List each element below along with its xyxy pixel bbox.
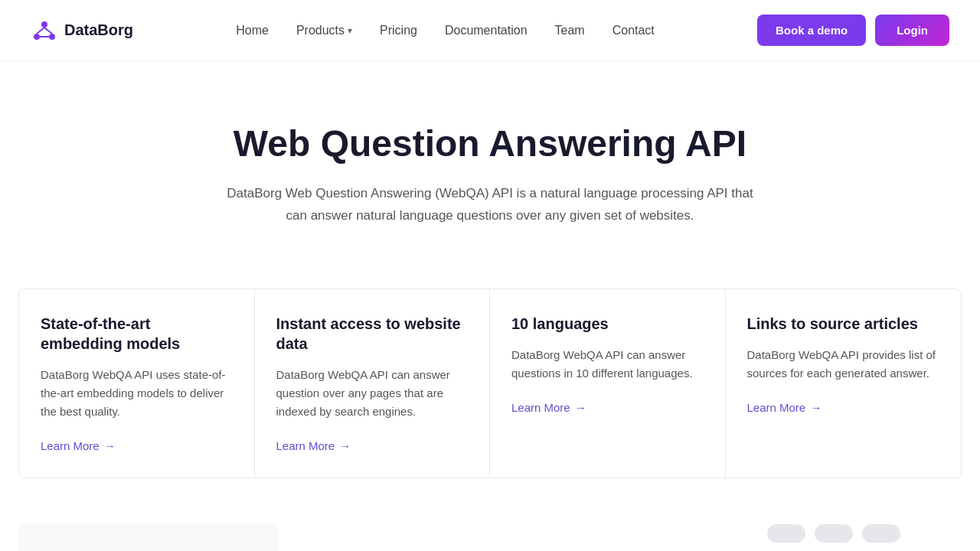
card-title-3: Links to source articles — [747, 314, 940, 334]
nav-actions: Book a demo Login — [757, 15, 949, 46]
logo-link[interactable]: DataBorg — [31, 17, 133, 44]
card-desc-0: DataBorg WebQA API uses state-of-the-art… — [41, 366, 233, 421]
arrow-right-icon-2: → — [575, 401, 586, 414]
learn-more-link-1[interactable]: Learn More → — [276, 439, 351, 452]
arrow-right-icon-0: → — [104, 439, 116, 452]
logo-text: DataBorg — [64, 21, 133, 39]
nav-pricing[interactable]: Pricing — [380, 24, 417, 37]
card-title-1: Instant access to website data — [276, 314, 469, 354]
learn-more-link-0[interactable]: Learn More → — [41, 439, 116, 452]
login-button[interactable]: Login — [875, 15, 949, 46]
bottom-card-1 — [18, 524, 279, 551]
nav-team[interactable]: Team — [555, 24, 585, 37]
svg-line-3 — [37, 28, 44, 34]
logo-icon — [31, 17, 58, 44]
dot-1 — [767, 524, 805, 543]
svg-point-1 — [34, 34, 40, 40]
card-website-data: Instant access to website data DataBorg … — [255, 289, 491, 478]
arrow-right-icon-1: → — [339, 439, 351, 452]
svg-point-2 — [49, 34, 55, 40]
chevron-down-icon: ▾ — [348, 25, 352, 36]
learn-more-link-2[interactable]: Learn More → — [511, 401, 586, 414]
dot-3 — [862, 524, 900, 543]
card-desc-3: DataBorg WebQA API provides list of sour… — [747, 346, 940, 383]
arrow-right-icon-3: → — [810, 401, 822, 414]
svg-line-4 — [44, 28, 52, 34]
bottom-pagination — [767, 524, 962, 543]
card-title-2: 10 languages — [511, 314, 704, 334]
card-source-articles: Links to source articles DataBorg WebQA … — [726, 289, 962, 478]
cards-grid: State-of-the-art embedding models DataBo… — [18, 289, 962, 478]
card-embedding-models: State-of-the-art embedding models DataBo… — [19, 289, 255, 478]
dot-2 — [815, 524, 853, 543]
hero-description: DataBorg Web Question Answering (WebQA) … — [222, 183, 758, 227]
card-desc-2: DataBorg WebQA API can answer questions … — [511, 346, 704, 383]
feature-cards-section: State-of-the-art embedding models DataBo… — [0, 273, 980, 509]
navbar: DataBorg Home Products ▾ Pricing Documen… — [0, 0, 980, 61]
nav-products[interactable]: Products ▾ — [296, 24, 352, 37]
nav-links: Home Products ▾ Pricing Documentation Te… — [236, 24, 655, 37]
hero-title: Web Question Answering API — [31, 122, 949, 165]
svg-point-0 — [41, 21, 47, 28]
hero-section: Web Question Answering API DataBorg Web … — [0, 61, 980, 273]
bottom-section — [0, 509, 980, 551]
nav-home[interactable]: Home — [236, 24, 269, 37]
card-languages: 10 languages DataBorg WebQA API can answ… — [490, 289, 726, 478]
nav-contact[interactable]: Contact — [612, 24, 655, 37]
nav-documentation[interactable]: Documentation — [445, 24, 528, 37]
learn-more-link-3[interactable]: Learn More → — [747, 401, 822, 414]
card-title-0: State-of-the-art embedding models — [41, 314, 233, 354]
card-desc-1: DataBorg WebQA API can answer question o… — [276, 366, 469, 421]
book-demo-button[interactable]: Book a demo — [757, 15, 866, 46]
